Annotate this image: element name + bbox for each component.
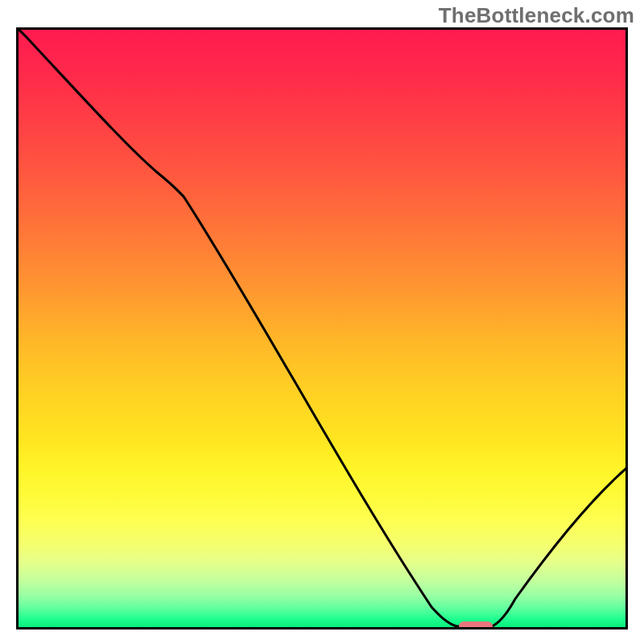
optimal-marker xyxy=(459,621,493,630)
bottleneck-curve xyxy=(16,27,628,626)
watermark-text: TheBottleneck.com xyxy=(439,3,634,28)
plot-area xyxy=(16,27,628,630)
curve-layer xyxy=(16,27,628,630)
chart-root: TheBottleneck.com xyxy=(0,0,644,644)
